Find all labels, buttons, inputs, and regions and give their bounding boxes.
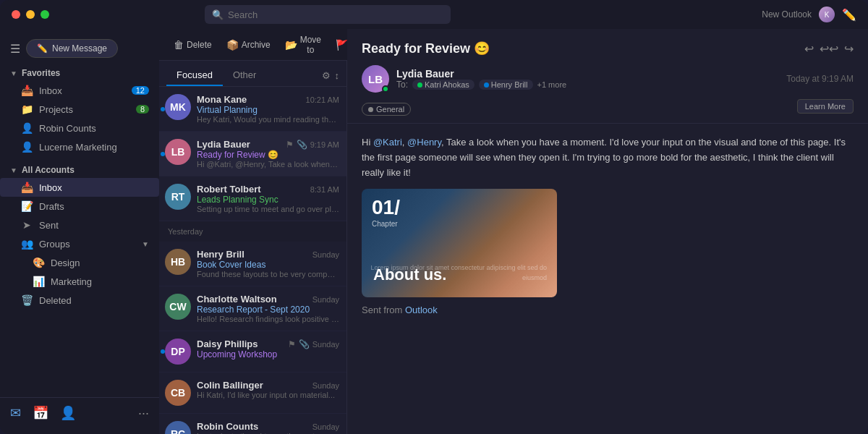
titlebar-right: New Outlook K ✏️ bbox=[762, 7, 856, 22]
sender-name: Robert Tolbert bbox=[197, 184, 261, 195]
mention-henry: @Henry bbox=[407, 137, 441, 148]
sender-name: Robin Counts bbox=[197, 421, 258, 432]
projects-badge: 8 bbox=[136, 105, 149, 114]
sort-icon[interactable]: ↕ bbox=[335, 70, 340, 81]
tabs: Focused Other ⚙ ↕ bbox=[159, 61, 346, 87]
sidebar-item-lucerne-marketing[interactable]: 👤 Lucerne Marketing bbox=[0, 137, 159, 156]
favorites-section-header[interactable]: ▼ Favorites bbox=[0, 65, 159, 81]
attachment-icon-2: 📎 bbox=[299, 339, 310, 349]
sender-name-big: Lydia Bauer bbox=[396, 68, 779, 80]
forward-icon[interactable]: ↪ bbox=[844, 42, 854, 56]
email-time: Sunday bbox=[312, 422, 339, 431]
mail-footer-icon[interactable]: ✉ bbox=[10, 405, 21, 421]
email-time: Sunday bbox=[312, 295, 339, 304]
drafts-icon: 📝 bbox=[20, 200, 33, 212]
recipient-online-dot bbox=[417, 82, 422, 88]
image-chapter-number: 01/ Chapter bbox=[372, 197, 400, 231]
sidebar-item-marketing[interactable]: 📊 Marketing bbox=[0, 272, 159, 291]
sender-row: LB Lydia Bauer To: Katri Ahokas bbox=[362, 65, 854, 93]
sidebar-item-deleted[interactable]: 🗑️ Deleted bbox=[0, 291, 159, 310]
compose-icon[interactable]: ✏️ bbox=[842, 8, 856, 22]
email-item[interactable]: MK Mona Kane 10:21 AM Virtual Planning H… bbox=[159, 87, 346, 132]
filter-icon[interactable]: ⚙ bbox=[322, 70, 331, 81]
more-recipients[interactable]: +1 more bbox=[537, 80, 567, 89]
email-subject: Virtual Planning bbox=[197, 105, 339, 115]
mention-katri: @Katri bbox=[373, 137, 402, 148]
tab-other[interactable]: Other bbox=[223, 65, 267, 86]
email-item[interactable]: HB Henry Brill Sunday Book Cover Ideas F… bbox=[159, 242, 346, 286]
email-item[interactable]: DP Daisy Phillips ⚑ 📎 Sunday bbox=[159, 331, 346, 373]
search-icon: 🔍 bbox=[212, 9, 224, 20]
person-icon: 👤 bbox=[20, 122, 33, 134]
sidebar: ☰ ✏️ New Message ▼ Favorites 📥 Inbox 12 … bbox=[0, 29, 159, 434]
user-avatar[interactable]: K bbox=[819, 7, 835, 22]
calendar-footer-icon[interactable]: 📅 bbox=[33, 405, 48, 421]
sidebar-item-favorites-inbox[interactable]: 📥 Inbox 12 bbox=[0, 81, 159, 100]
reply-all-icon[interactable]: ↩↩ bbox=[820, 42, 838, 56]
general-tag: General bbox=[362, 103, 411, 116]
maximize-button[interactable] bbox=[41, 10, 49, 19]
sidebar-item-projects[interactable]: 📁 Projects 8 bbox=[0, 100, 159, 119]
email-item[interactable]: LB Lydia Bauer ⚑ 📎 9:19 AM bbox=[159, 132, 346, 176]
email-preview: Hi @Katri, @Henry, Take a look when you … bbox=[197, 160, 339, 169]
sidebar-item-drafts[interactable]: 📝 Drafts bbox=[0, 197, 159, 216]
search-bar[interactable]: 🔍 bbox=[205, 5, 451, 24]
recipient-blue-dot bbox=[484, 82, 489, 88]
email-time: 10:21 AM bbox=[306, 95, 339, 104]
email-time: Sunday bbox=[312, 250, 339, 259]
outlook-link[interactable]: Outlook bbox=[405, 305, 438, 315]
email-subject: Leads Planning Sync bbox=[197, 195, 339, 205]
sender-name: Daisy Phillips bbox=[197, 339, 258, 349]
email-subject: Research Report - Sept 2020 bbox=[197, 305, 339, 315]
unread-indicator bbox=[161, 349, 165, 354]
body-text: Hi @Katri, @Henry, Take a look when you … bbox=[362, 135, 854, 180]
sidebar-item-all-inbox[interactable]: 📥 Inbox bbox=[0, 178, 159, 197]
email-item[interactable]: RC Robin Counts Sunday Last minute thoug… bbox=[159, 414, 346, 434]
sidebar-item-groups[interactable]: 👥 Groups ▼ bbox=[0, 234, 159, 253]
search-input[interactable] bbox=[228, 9, 443, 20]
sidebar-item-robin-counts[interactable]: 👤 Robin Counts bbox=[0, 119, 159, 137]
sender-name: Lydia Bauer bbox=[197, 139, 250, 150]
tag-dot bbox=[368, 107, 373, 112]
archive-button[interactable]: 📦 Archive bbox=[221, 35, 276, 54]
groups-chevron: ▼ bbox=[142, 240, 149, 248]
tab-focused[interactable]: Focused bbox=[166, 65, 223, 86]
detail-body: Hi @Katri, @Henry, Take a look when you … bbox=[347, 124, 868, 434]
email-time: 9:19 AM bbox=[310, 140, 339, 149]
sent-icon: ➤ bbox=[20, 219, 33, 231]
titlebar: 🔍 New Outlook K ✏️ bbox=[0, 0, 868, 29]
app-window: 🔍 New Outlook K ✏️ ☰ ✏️ New Message ▼ bbox=[0, 0, 868, 434]
contacts-footer-icon[interactable]: 👤 bbox=[60, 405, 76, 421]
delete-button[interactable]: 🗑 Delete bbox=[168, 35, 218, 54]
avatar: HB bbox=[165, 249, 191, 275]
avatar: CW bbox=[165, 294, 191, 320]
email-preview: Hello! Research findings look positive f… bbox=[197, 315, 339, 323]
email-content: Lydia Bauer ⚑ 📎 9:19 AM Ready for Review… bbox=[197, 139, 339, 169]
learn-more-button[interactable]: Learn More bbox=[797, 99, 854, 114]
email-time: 8:31 AM bbox=[310, 185, 339, 194]
sidebar-item-sent[interactable]: ➤ Sent bbox=[0, 216, 159, 234]
email-time: Sunday bbox=[312, 340, 339, 349]
compose-small-icon: ✏️ bbox=[37, 43, 48, 54]
sent-from-text: Sent from Outlook bbox=[362, 303, 854, 318]
flag-small-icon-2: ⚑ bbox=[288, 339, 296, 349]
reply-icon[interactable]: ↩ bbox=[804, 42, 814, 56]
sidebar-item-design[interactable]: 🎨 Design bbox=[0, 253, 159, 272]
email-item[interactable]: RT Robert Tolbert 8:31 AM Leads Planning… bbox=[159, 176, 346, 221]
sender-info: Lydia Bauer To: Katri Ahokas Henry Brill bbox=[396, 68, 779, 90]
move-to-button[interactable]: 📂 Move to bbox=[279, 31, 327, 59]
email-item[interactable]: CW Charlotte Waltson Sunday Research Rep… bbox=[159, 286, 346, 331]
attachment-icon: 📎 bbox=[297, 140, 307, 150]
tab-actions: ⚙ ↕ bbox=[322, 70, 340, 81]
minimize-button[interactable] bbox=[26, 10, 35, 19]
email-item[interactable]: CB Colin Ballinger Sunday Hi Katri, I'd … bbox=[159, 373, 346, 414]
more-footer-icon[interactable]: ··· bbox=[138, 406, 149, 421]
all-accounts-section-header[interactable]: ▼ All Accounts bbox=[0, 162, 159, 178]
email-preview: Found these layouts to be very compellin… bbox=[197, 270, 339, 278]
email-preview: Hey Katri, Would you mind reading the dr… bbox=[197, 115, 339, 124]
new-message-button[interactable]: ✏️ New Message bbox=[26, 39, 118, 58]
detail-time: Today at 9:19 AM bbox=[786, 74, 854, 84]
hamburger-icon[interactable]: ☰ bbox=[10, 42, 20, 56]
email-items: MK Mona Kane 10:21 AM Virtual Planning H… bbox=[159, 87, 346, 434]
close-button[interactable] bbox=[12, 10, 20, 19]
